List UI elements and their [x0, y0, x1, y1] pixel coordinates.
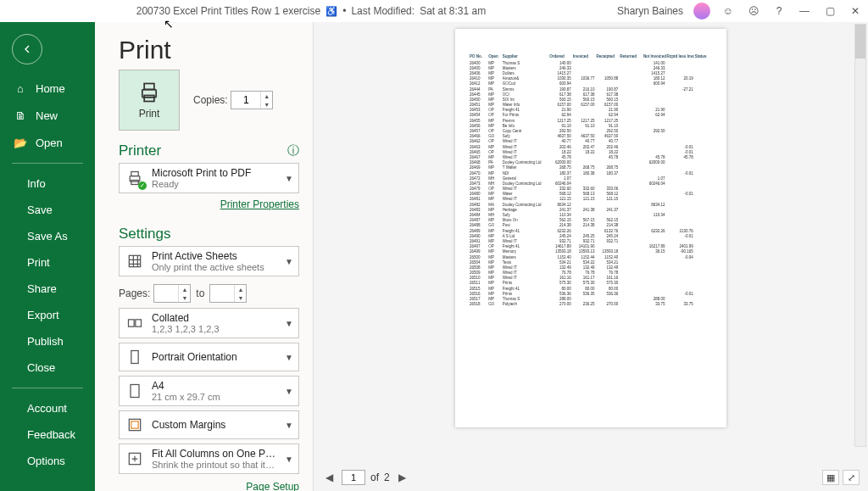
table-header: Not Invoiced	[643, 54, 666, 60]
close-window-button[interactable]: ✕	[848, 3, 863, 19]
restore-button[interactable]: ▢	[822, 3, 837, 19]
home-icon: ⌂	[14, 81, 27, 95]
spinner-down[interactable]: ▼	[235, 293, 246, 302]
printer-properties-link[interactable]: Printer Properties	[220, 198, 299, 210]
new-icon: 🗎	[14, 109, 27, 122]
margins-dropdown[interactable]: Custom Margins ▼	[119, 410, 299, 439]
scaling-dropdown[interactable]: Fit All Columns on One Page Shrink the p…	[119, 444, 299, 474]
separator: •	[342, 5, 346, 17]
info-icon[interactable]: ⓘ	[287, 143, 299, 159]
sidebar-new[interactable]: 🗎 New	[0, 102, 95, 129]
sidebar-home[interactable]: ⌂ Home	[0, 75, 95, 102]
pages-label: Pages:	[119, 287, 150, 299]
next-page-button[interactable]: ▶	[395, 470, 409, 485]
margins-label: Custom Margins	[152, 419, 278, 431]
print-button-label: Print	[139, 108, 160, 120]
table-header: Status	[694, 54, 713, 60]
last-modified-value: Sat at 8:31 am	[420, 5, 486, 17]
print-settings-panel: Print Print Copies: ▲▼ Printer ⓘ	[95, 22, 314, 491]
table-header: PO No.	[469, 54, 487, 60]
sidebar-account[interactable]: Account	[0, 395, 95, 421]
printer-dropdown[interactable]: ✓ Microsoft Print to PDF Ready ▼	[119, 163, 299, 193]
page-number-input[interactable]	[342, 470, 365, 485]
chevron-down-icon: ▼	[285, 174, 293, 183]
user-avatar[interactable]	[693, 3, 710, 20]
table-header: Open	[487, 54, 502, 60]
sidebar-share[interactable]: Share	[0, 276, 95, 302]
sidebar-publish[interactable]: Publish	[0, 328, 95, 354]
svg-rect-7	[129, 320, 135, 326]
paper-title: A4	[152, 380, 278, 392]
svg-rect-5	[131, 181, 138, 185]
copies-spinner[interactable]: ▲▼	[231, 91, 273, 109]
sidebar-close[interactable]: Close	[0, 354, 95, 381]
face-sad-icon[interactable]: ☹	[746, 3, 761, 19]
print-button[interactable]: Print	[119, 70, 180, 131]
table-cell	[619, 302, 643, 307]
paper-size-dropdown[interactable]: A4 21 cm x 29.7 cm ▼	[119, 376, 299, 406]
paper-subtitle: 21 cm x 29.7 cm	[152, 392, 278, 402]
scrollbar-thumb[interactable]	[855, 25, 865, 59]
spinner-down[interactable]: ▼	[179, 293, 190, 302]
back-button[interactable]	[12, 34, 42, 64]
table-cell: GO	[487, 302, 502, 307]
user-name[interactable]: Sharyn Baines	[617, 5, 683, 17]
orientation-dropdown[interactable]: Portrait Orientation ▼	[119, 343, 299, 371]
pages-to-input[interactable]	[210, 285, 234, 302]
table-cell: 236.25	[572, 302, 596, 307]
separator	[12, 388, 83, 388]
orientation-label: Portrait Orientation	[152, 351, 278, 363]
scaling-title: Fit All Columns on One Page	[152, 448, 278, 460]
pages-to-label: to	[196, 287, 204, 299]
page-icon	[125, 381, 145, 401]
table-header: Receipted	[596, 54, 620, 60]
spinner-up[interactable]: ▲	[261, 92, 272, 100]
help-icon[interactable]: ?	[771, 3, 787, 19]
collated-title: Collated	[152, 312, 278, 324]
preview-page: PO No.OpenSupplierOrderedInvoicedReceipt…	[455, 29, 726, 427]
scope-subtitle: Only print the active sheets	[152, 262, 278, 272]
pages-from-spinner[interactable]: ▲▼	[153, 284, 191, 303]
spinner-up[interactable]: ▲	[179, 285, 190, 293]
table-header: Supplier	[502, 54, 548, 60]
sidebar-open[interactable]: 📂 Open	[0, 129, 95, 156]
printer-icon: ✓	[125, 168, 145, 188]
pages-to-spinner[interactable]: ▲▼	[209, 284, 247, 303]
vertical-scrollbar[interactable]	[854, 24, 866, 447]
scope-title: Print Active Sheets	[152, 250, 278, 262]
sidebar-options[interactable]: Options	[0, 448, 95, 474]
table-cell: Dooley Contracting Ltd	[502, 202, 548, 207]
table-cell: 33.75	[666, 302, 694, 307]
page-setup-link[interactable]: Page Setup	[246, 481, 299, 491]
pages-from-input[interactable]	[154, 285, 178, 302]
face-smile-icon[interactable]: ☺	[721, 3, 736, 19]
grid-icon	[125, 251, 145, 271]
printer-section-header: Printer	[119, 142, 161, 159]
zoom-to-page-button[interactable]: ⤢	[843, 470, 860, 485]
scaling-icon	[125, 449, 145, 469]
prev-page-button[interactable]: ◀	[322, 470, 337, 485]
sidebar-feedback[interactable]: Feedback	[0, 421, 95, 448]
sidebar-export[interactable]: Export	[0, 302, 95, 328]
copies-input[interactable]	[231, 92, 260, 109]
show-margins-button[interactable]: ▦	[822, 470, 839, 485]
printer-status: Ready	[152, 179, 278, 189]
table-header: Invoiced	[572, 54, 596, 60]
svg-rect-12	[131, 421, 138, 428]
table-cell: Polytech	[502, 302, 548, 307]
table-header: Returned	[619, 54, 643, 60]
collated-dropdown[interactable]: Collated 1,2,3 1,2,3 1,2,3 ▼	[119, 308, 299, 338]
minimize-button[interactable]: —	[797, 3, 812, 19]
sidebar-save[interactable]: Save	[0, 197, 95, 223]
spinner-up[interactable]: ▲	[235, 285, 246, 293]
sidebar-save-as[interactable]: Save As	[0, 223, 95, 249]
print-scope-dropdown[interactable]: Print Active Sheets Only print the activ…	[119, 246, 299, 276]
spinner-down[interactable]: ▼	[261, 100, 272, 109]
sidebar-print[interactable]: Print	[0, 249, 95, 276]
accessibility-icon[interactable]: ♿	[326, 6, 337, 17]
svg-rect-1	[144, 84, 154, 90]
sidebar-info[interactable]: Info	[0, 170, 95, 197]
svg-rect-2	[144, 96, 154, 102]
printer-name: Microsoft Print to PDF	[152, 167, 278, 179]
table-cell: Dooley Contracting Ltd	[502, 181, 548, 186]
